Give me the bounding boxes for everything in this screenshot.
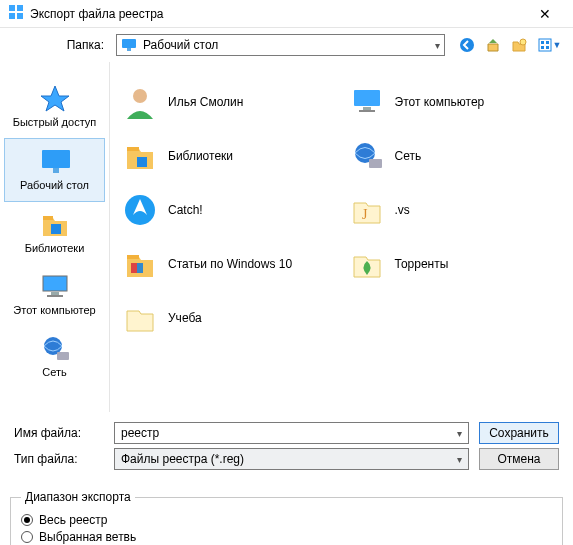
place-label: Сеть xyxy=(42,366,66,378)
body: Быстрый доступ Рабочий стол Библиотеки Э… xyxy=(0,62,573,412)
chevron-down-icon: ▾ xyxy=(435,40,440,51)
desktop-icon xyxy=(121,38,137,52)
list-item[interactable]: Учеба xyxy=(120,294,337,342)
svg-rect-29 xyxy=(137,157,147,167)
toolbar: ▼ xyxy=(451,35,563,55)
up-button[interactable] xyxy=(483,35,503,55)
item-label: Этот компьютер xyxy=(395,95,485,109)
window-title: Экспорт файла реестра xyxy=(30,7,525,21)
radio-branch[interactable]: Выбранная ветвь xyxy=(21,530,552,544)
computer-icon xyxy=(349,84,385,120)
place-label: Быстрый доступ xyxy=(13,116,97,128)
chevron-down-icon: ▾ xyxy=(457,454,462,465)
libraries-icon xyxy=(122,138,158,174)
svg-rect-2 xyxy=(9,13,15,19)
svg-rect-31 xyxy=(369,159,382,168)
place-desktop[interactable]: Рабочий стол xyxy=(4,138,105,202)
libraries-icon xyxy=(39,210,71,238)
list-item[interactable]: Статьи по Windows 10 xyxy=(120,240,337,288)
list-item[interactable]: J .vs xyxy=(347,186,564,234)
chevron-down-icon: ▾ xyxy=(457,428,462,439)
cancel-button[interactable]: Отмена xyxy=(479,448,559,470)
filename-label: Имя файла: xyxy=(14,426,104,440)
places-bar: Быстрый доступ Рабочий стол Библиотеки Э… xyxy=(0,62,110,412)
svg-rect-12 xyxy=(546,46,549,49)
list-item[interactable]: Catch! xyxy=(120,186,337,234)
svg-point-6 xyxy=(460,38,474,52)
range-legend: Диапазон экспорта xyxy=(21,490,135,504)
place-this-pc[interactable]: Этот компьютер xyxy=(0,264,109,326)
catch-icon xyxy=(122,192,158,228)
svg-rect-35 xyxy=(131,263,137,273)
svg-rect-11 xyxy=(541,46,544,49)
svg-rect-27 xyxy=(359,110,375,112)
close-button[interactable]: ✕ xyxy=(525,6,565,22)
chevron-down-icon: ▼ xyxy=(553,40,562,50)
save-button[interactable]: Сохранить xyxy=(479,422,559,444)
list-item[interactable]: Этот компьютер xyxy=(347,78,564,126)
place-network[interactable]: Сеть xyxy=(0,326,109,388)
svg-rect-36 xyxy=(137,263,143,273)
svg-marker-13 xyxy=(41,86,69,111)
svg-rect-21 xyxy=(47,295,63,297)
filetype-label: Тип файла: xyxy=(14,452,104,466)
radio-icon xyxy=(21,514,33,526)
item-label: Библиотеки xyxy=(168,149,233,163)
file-list[interactable]: Илья Смолин Этот компьютер Библиотеки Се… xyxy=(110,62,573,412)
svg-rect-28 xyxy=(127,147,139,151)
svg-text:J: J xyxy=(362,207,368,222)
svg-point-24 xyxy=(133,89,147,103)
network-icon xyxy=(39,334,71,362)
filetype-select[interactable]: Файлы реестра (*.reg) ▾ xyxy=(114,448,469,470)
user-icon xyxy=(122,84,158,120)
svg-rect-15 xyxy=(53,168,59,173)
svg-rect-18 xyxy=(43,276,67,291)
place-libraries[interactable]: Библиотеки xyxy=(0,202,109,264)
place-label: Рабочий стол xyxy=(20,179,89,191)
item-label: Учеба xyxy=(168,311,202,325)
item-label: Catch! xyxy=(168,203,203,217)
folder-select[interactable]: Рабочий стол ▾ xyxy=(116,34,445,56)
back-button[interactable] xyxy=(457,35,477,55)
folder-current: Рабочий стол xyxy=(143,38,218,52)
export-range: Диапазон экспорта Весь реестр Выбранная … xyxy=(10,490,563,545)
titlebar: Экспорт файла реестра ✕ xyxy=(0,0,573,28)
svg-rect-8 xyxy=(539,39,551,51)
radio-all-label: Весь реестр xyxy=(39,513,107,527)
new-folder-button[interactable] xyxy=(509,35,529,55)
svg-rect-1 xyxy=(17,5,23,11)
filename-input[interactable]: реестр ▾ xyxy=(114,422,469,444)
folder-label: Папка: xyxy=(10,38,110,52)
svg-rect-3 xyxy=(17,13,23,19)
item-label: Торренты xyxy=(395,257,449,271)
list-item[interactable]: Торренты xyxy=(347,240,564,288)
list-item[interactable]: Библиотеки xyxy=(120,132,337,180)
folder-icon xyxy=(122,246,158,282)
vs-folder-icon: J xyxy=(349,192,385,228)
radio-icon xyxy=(21,531,33,543)
radio-all[interactable]: Весь реестр xyxy=(21,513,552,527)
svg-rect-0 xyxy=(9,5,15,11)
list-item[interactable]: Сеть xyxy=(347,132,564,180)
svg-rect-9 xyxy=(541,41,544,44)
filename-value: реестр xyxy=(121,426,159,440)
regedit-icon xyxy=(8,4,24,23)
item-label: Статьи по Windows 10 xyxy=(168,257,292,271)
views-button[interactable]: ▼ xyxy=(535,35,563,55)
svg-rect-23 xyxy=(57,352,69,360)
svg-rect-25 xyxy=(354,90,380,106)
svg-rect-34 xyxy=(127,255,139,259)
item-label: .vs xyxy=(395,203,410,217)
svg-rect-26 xyxy=(363,107,371,110)
list-item[interactable]: Илья Смолин xyxy=(120,78,337,126)
place-quick-access[interactable]: Быстрый доступ xyxy=(0,76,109,138)
svg-rect-20 xyxy=(51,292,59,295)
svg-point-7 xyxy=(520,39,526,45)
folder-row: Папка: Рабочий стол ▾ ▼ xyxy=(0,28,573,62)
item-label: Сеть xyxy=(395,149,422,163)
torrent-folder-icon xyxy=(349,246,385,282)
svg-rect-14 xyxy=(42,150,70,168)
svg-rect-10 xyxy=(546,41,549,44)
filetype-value: Файлы реестра (*.reg) xyxy=(121,452,244,466)
fields: Имя файла: реестр ▾ Сохранить Тип файла:… xyxy=(0,412,573,484)
